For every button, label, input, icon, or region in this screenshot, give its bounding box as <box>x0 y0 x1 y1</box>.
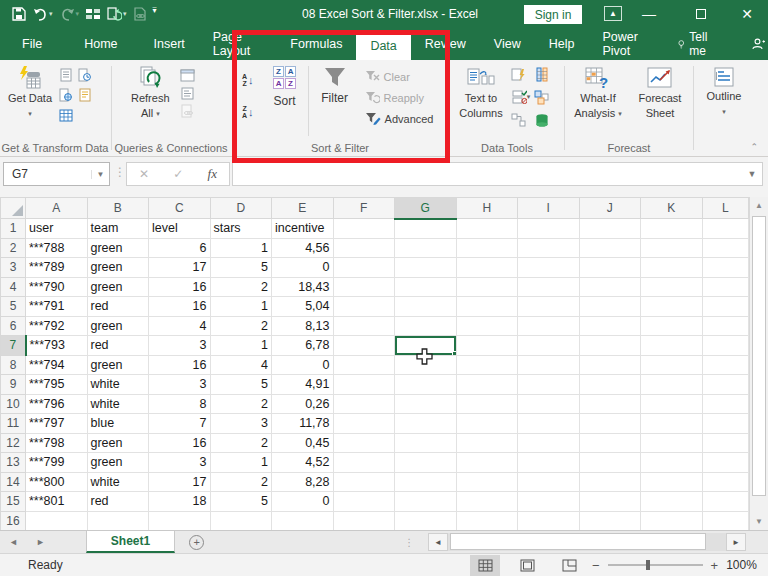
tab-data[interactable]: Data <box>356 31 410 60</box>
cell-E16[interactable] <box>272 511 334 531</box>
cell-C11[interactable]: 7 <box>149 414 211 434</box>
cell-D2[interactable]: 1 <box>210 238 272 258</box>
row-header-4[interactable]: 4 <box>1 277 26 297</box>
zoom-slider-thumb[interactable] <box>646 560 650 570</box>
cell-I8[interactable] <box>518 355 580 375</box>
cell-E3[interactable]: 0 <box>272 258 334 278</box>
cell-C3[interactable]: 17 <box>149 258 211 278</box>
cell-I9[interactable] <box>518 375 580 395</box>
page-break-preview-button[interactable] <box>554 555 584 576</box>
cell-F14[interactable] <box>333 472 395 492</box>
cell-E10[interactable]: 0,26 <box>272 394 334 414</box>
cell-B11[interactable]: blue <box>87 414 149 434</box>
cell-A15[interactable]: ***801 <box>26 492 88 512</box>
cell-I2[interactable] <box>518 238 580 258</box>
cell-B7[interactable]: red <box>87 336 149 356</box>
print-preview-icon[interactable]: ▾ <box>107 5 127 23</box>
name-box[interactable]: G7 ▼ <box>3 162 110 186</box>
advanced-filter-button[interactable]: Advanced <box>365 108 434 129</box>
sheet-tab-sheet1[interactable]: Sheet1 <box>86 531 175 553</box>
cell-G10[interactable] <box>395 394 457 414</box>
column-header-B[interactable]: B <box>87 198 149 219</box>
cell-L2[interactable] <box>702 238 749 258</box>
cell-K16[interactable] <box>641 511 703 531</box>
cell-G9[interactable] <box>395 375 457 395</box>
cancel-entry-icon[interactable]: ✕ <box>139 167 149 181</box>
cell-L9[interactable] <box>702 375 749 395</box>
cell-A7[interactable]: ***793 <box>26 336 88 356</box>
cell-K11[interactable] <box>641 414 703 434</box>
cell-A1[interactable]: user <box>26 219 88 239</box>
cell-H3[interactable] <box>456 258 518 278</box>
column-header-K[interactable]: K <box>641 198 703 219</box>
cell-C13[interactable]: 3 <box>149 453 211 473</box>
tab-review[interactable]: Review <box>411 28 480 60</box>
text-to-columns-button[interactable]: Text to Columns <box>455 60 507 133</box>
cell-A13[interactable]: ***799 <box>26 453 88 473</box>
column-header-E[interactable]: E <box>272 198 334 219</box>
cell-C7[interactable]: 3 <box>149 336 211 356</box>
cell-K3[interactable] <box>641 258 703 278</box>
cell-I15[interactable] <box>518 492 580 512</box>
cell-K5[interactable] <box>641 297 703 317</box>
view-grid-icon[interactable] <box>86 5 100 23</box>
tab-home[interactable]: Home <box>70 28 131 60</box>
cell-K1[interactable] <box>641 219 703 239</box>
cell-F13[interactable] <box>333 453 395 473</box>
column-header-J[interactable]: J <box>579 198 641 219</box>
queries-connections-icon[interactable] <box>180 68 195 82</box>
cell-D11[interactable]: 3 <box>210 414 272 434</box>
cell-H2[interactable] <box>456 238 518 258</box>
row-header-3[interactable]: 3 <box>1 258 26 278</box>
forecast-sheet-button[interactable]: Forecast Sheet <box>632 60 688 120</box>
cell-J2[interactable] <box>579 238 641 258</box>
cell-H6[interactable] <box>456 316 518 336</box>
cell-K6[interactable] <box>641 316 703 336</box>
cell-K9[interactable] <box>641 375 703 395</box>
cell-C8[interactable]: 16 <box>149 355 211 375</box>
expand-formula-bar-icon[interactable]: ▼ <box>742 169 762 179</box>
properties-icon[interactable] <box>180 86 195 100</box>
cell-K13[interactable] <box>641 453 703 473</box>
cell-B13[interactable]: green <box>87 453 149 473</box>
cell-G2[interactable] <box>395 238 457 258</box>
redo-caret-icon[interactable]: ▾ <box>76 10 80 18</box>
cell-F2[interactable] <box>333 238 395 258</box>
column-header-I[interactable]: I <box>518 198 580 219</box>
cell-A2[interactable]: ***788 <box>26 238 88 258</box>
undo-caret-icon[interactable]: ▾ <box>49 10 53 18</box>
what-if-analysis-button[interactable]: ? What-If Analysis▾ <box>570 60 626 120</box>
sort-ascending-button[interactable]: AZ↓ <box>240 68 256 92</box>
row-header-1[interactable]: 1 <box>1 219 26 239</box>
cell-C4[interactable]: 16 <box>149 277 211 297</box>
edit-links-icon[interactable] <box>180 104 195 118</box>
cell-I4[interactable] <box>518 277 580 297</box>
sheet-nav-left-icon[interactable]: ◄ <box>0 531 27 553</box>
cell-C12[interactable]: 16 <box>149 433 211 453</box>
formula-input[interactable]: ▼ <box>232 162 763 186</box>
cell-L12[interactable] <box>702 433 749 453</box>
cell-J5[interactable] <box>579 297 641 317</box>
cell-E14[interactable]: 8,28 <box>272 472 334 492</box>
cell-F15[interactable] <box>333 492 395 512</box>
cell-L8[interactable] <box>702 355 749 375</box>
remove-duplicates-icon[interactable] <box>534 67 549 81</box>
tab-power-pivot[interactable]: Power Pivot <box>588 28 651 60</box>
cell-J13[interactable] <box>579 453 641 473</box>
data-validation-icon[interactable]: ▾ <box>511 90 531 104</box>
cell-G5[interactable] <box>395 297 457 317</box>
horizontal-scrollbar[interactable]: ◄ ► <box>428 533 746 551</box>
sort-descending-button[interactable]: ZA↓ <box>240 100 256 124</box>
cell-I3[interactable] <box>518 258 580 278</box>
undo-icon[interactable]: ▾ <box>33 5 53 23</box>
cell-A10[interactable]: ***796 <box>26 394 88 414</box>
cell-H7[interactable] <box>456 336 518 356</box>
cell-J10[interactable] <box>579 394 641 414</box>
save-icon[interactable] <box>12 5 26 23</box>
cell-B10[interactable]: white <box>87 394 149 414</box>
cell-H5[interactable] <box>456 297 518 317</box>
column-header-A[interactable]: A <box>26 198 88 219</box>
cell-B14[interactable]: white <box>87 472 149 492</box>
sheet-nav-right-icon[interactable]: ► <box>27 531 54 553</box>
cell-F11[interactable] <box>333 414 395 434</box>
